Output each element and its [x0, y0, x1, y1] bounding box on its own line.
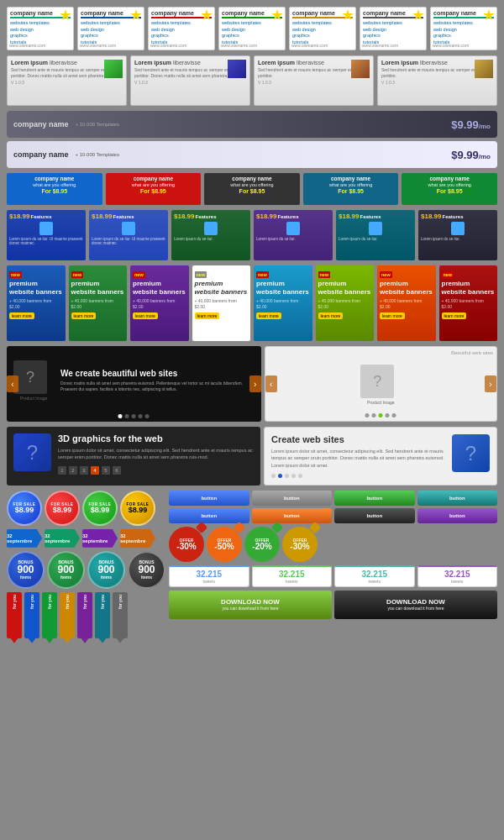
card-link[interactable]: graphics	[292, 33, 353, 39]
page-num-2[interactable]: 3	[80, 466, 88, 475]
ic-dot-5[interactable]	[298, 474, 302, 478]
ic-dot-1[interactable]	[271, 474, 276, 478]
ribbon-tag-6: for you	[113, 592, 128, 638]
ui-button-6[interactable]: button	[334, 508, 415, 523]
card-link[interactable]: websites templates	[363, 20, 423, 27]
pc-new-0: new	[9, 271, 22, 278]
card-link[interactable]: web design	[433, 27, 494, 34]
fc-features-3: Features	[277, 214, 298, 219]
ic-dot-4[interactable]	[291, 474, 296, 478]
card-link[interactable]: graphics	[151, 33, 212, 39]
info-3d-icon: ?	[13, 433, 51, 471]
pc-btn-2[interactable]: learn more	[133, 312, 158, 319]
offer-stickers: offer -30% offer -50% offer -20% offer -…	[169, 527, 497, 562]
pc-btn-1[interactable]: learn more	[71, 312, 97, 319]
card-link[interactable]: graphics	[433, 33, 494, 39]
tc-num-3: 32.215	[421, 570, 495, 579]
pc-sub-4: + 40,000 banners from $2.00	[256, 298, 310, 309]
download-btn-0[interactable]: DOWNLOAD NOW you can download it from he…	[169, 591, 332, 619]
offer-sticker-1: offer -50%	[207, 527, 242, 562]
dot2-3[interactable]	[379, 413, 383, 417]
premium-card-6: new premium website banners + 40,000 ban…	[377, 265, 436, 341]
page-num-5[interactable]: 6	[113, 466, 121, 475]
fs-price-2: $8.99	[91, 507, 110, 514]
card-link[interactable]: websites templates	[10, 20, 71, 27]
tweet-counter-1: 32.215 tweets	[252, 565, 333, 587]
card-link[interactable]: websites templates	[292, 20, 353, 27]
pc-btn-6[interactable]: learn more	[380, 312, 405, 319]
dot2-5[interactable]	[392, 413, 396, 417]
slider2-next[interactable]: ›	[485, 375, 496, 392]
pc-new-6: new	[380, 271, 392, 278]
rt-text-0: for you	[12, 595, 17, 609]
forsale-badge-1: FOR SALE $8.99	[45, 491, 80, 526]
card-link[interactable]: graphics	[10, 33, 71, 39]
pc-btn-5[interactable]: learn more	[318, 312, 344, 319]
offer-name-0: company name	[9, 176, 100, 181]
dot-1[interactable]	[118, 414, 123, 418]
bc-items-0: items	[20, 575, 31, 580]
ui-button-3[interactable]: button	[417, 491, 498, 506]
card-link[interactable]: websites templates	[433, 20, 494, 27]
offer-name-1: company name	[108, 176, 199, 181]
card-link[interactable]: graphics	[363, 33, 423, 39]
bc-items-1: items	[60, 575, 71, 580]
ui-button-5[interactable]: button	[252, 508, 333, 523]
slider-prev-dark[interactable]: ‹	[7, 375, 18, 392]
pc-title-1: premium website banners	[71, 280, 125, 296]
card-link[interactable]: graphics	[81, 33, 141, 39]
card-link[interactable]: websites templates	[151, 20, 212, 27]
premium-card-0: new premium website banners + 40,000 ban…	[7, 265, 66, 341]
fc-text-1: Lorem ipsum du se itur. Ul maurne praese…	[92, 237, 165, 246]
ui-button-7[interactable]: button	[417, 508, 498, 523]
dot-3[interactable]	[132, 414, 136, 418]
rt-text-1: for you	[29, 595, 34, 609]
tweet-counter-2: 32.215 tweets	[334, 565, 415, 587]
page-num-4[interactable]: 5	[102, 466, 110, 475]
pc-btn-0[interactable]: learn more	[9, 312, 34, 319]
page-num-3[interactable]: 4	[91, 466, 99, 475]
download-btn-1[interactable]: DOWNLOAD NOW you can download it from he…	[334, 591, 497, 619]
card-link[interactable]: web design	[292, 27, 353, 34]
features-cards-section: $18.99 Features Lorem ipsum du se itur. …	[7, 210, 497, 260]
card-link[interactable]: web design	[81, 27, 141, 34]
pc-new-4: new	[256, 271, 269, 278]
pc-sub-1: + 40,000 banners from $2.00	[71, 298, 125, 309]
page-num-1[interactable]: 2	[69, 466, 77, 475]
forsale-badge-3: FOR SALE $8.99	[120, 491, 155, 526]
ic-dot-2[interactable]	[278, 474, 282, 478]
pc-btn-4[interactable]: learn more	[256, 312, 281, 319]
pc-btn-3[interactable]: learn more	[195, 312, 220, 319]
site-url-5: www.sitename.com	[362, 43, 398, 48]
dot-4[interactable]	[139, 414, 143, 418]
lorem-card-0: Lorem ipsum liberavisse Sed hendrerit an…	[7, 55, 127, 106]
ui-button-1[interactable]: button	[252, 491, 333, 506]
dot-2[interactable]	[125, 414, 129, 418]
slider2-prev[interactable]: ‹	[265, 375, 277, 392]
ui-button-0[interactable]: button	[169, 491, 249, 506]
card-link[interactable]: web design	[10, 27, 71, 34]
card-link[interactable]: websites templates	[81, 20, 141, 27]
slider-next-dark[interactable]: ›	[249, 375, 261, 392]
dot2-1[interactable]	[365, 413, 370, 417]
card-link[interactable]: web design	[151, 27, 212, 34]
pc-title-6: premium website banners	[380, 280, 433, 296]
ui-button-4[interactable]: button	[169, 508, 249, 523]
card-link[interactable]: websites templates	[222, 20, 282, 27]
card-link[interactable]: graphics	[222, 33, 282, 39]
fc-icon-1	[122, 222, 135, 235]
db-sub-1: you can download it from here	[388, 606, 444, 611]
slider-light: Beautiful web sites ? Product Image ‹ ›	[265, 346, 497, 422]
premium-card-3: new premium website banners + 40,000 ban…	[192, 265, 251, 341]
pc-btn-7[interactable]: learn more	[442, 312, 467, 319]
dot2-2[interactable]	[372, 413, 376, 417]
ui-button-2[interactable]: button	[334, 491, 415, 506]
pc-sub-6: + 40,000 banners from $2.00	[380, 298, 433, 309]
page-num-0[interactable]: 1	[58, 466, 66, 475]
card-link[interactable]: web design	[222, 27, 282, 34]
card-link[interactable]: web design	[363, 27, 423, 34]
offer-name-4: company name	[404, 176, 495, 181]
ic-dot-3[interactable]	[285, 474, 289, 478]
dot-5[interactable]	[145, 414, 150, 418]
dot2-4[interactable]	[386, 413, 390, 417]
